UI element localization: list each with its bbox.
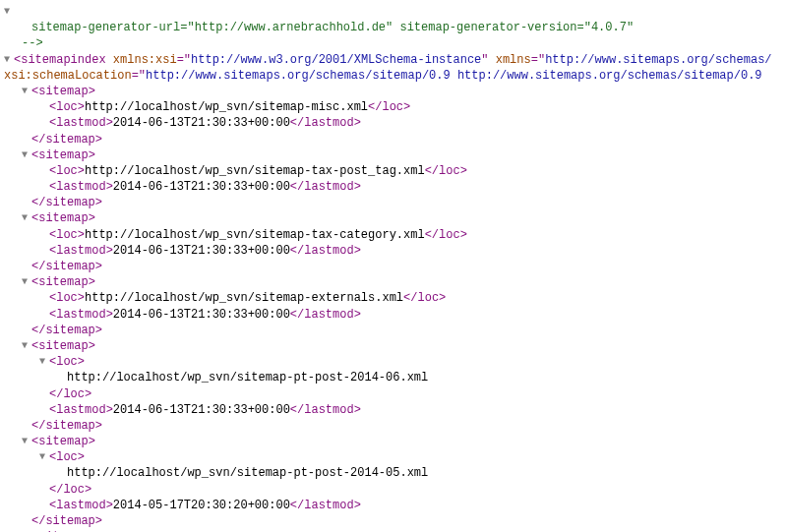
lastmod-element: <lastmod>2014-06-13T21:30:33+00:00</last… bbox=[49, 116, 361, 130]
sitemap-close: </sitemap> bbox=[31, 324, 102, 337]
lastmod-value: 2014-06-13T21:30:33+00:00 bbox=[113, 116, 290, 130]
xml-comment: --> bbox=[22, 36, 43, 50]
expand-toggle-icon[interactable]: ▼ bbox=[39, 450, 49, 464]
xml-comment: sitemap-generator-url="http://www.arnebr… bbox=[31, 21, 634, 34]
lastmod-value: 2014-06-13T21:30:33+00:00 bbox=[113, 308, 290, 322]
expand-toggle-icon[interactable]: ▼ bbox=[22, 85, 31, 98]
loc-value: http://localhost/wp_svn/sitemap-external… bbox=[85, 291, 403, 305]
expand-toggle-icon[interactable]: ▼ bbox=[22, 211, 31, 225]
xml-source-view: ▼sitemap-generator-url="http://www.arneb… bbox=[4, 4, 787, 532]
expand-toggle-icon[interactable]: ▼ bbox=[39, 355, 49, 369]
expand-toggle-icon[interactable]: ▼ bbox=[22, 148, 31, 162]
sitemap-close: </sitemap> bbox=[31, 419, 102, 433]
sitemap-open: <sitemap> bbox=[31, 339, 95, 353]
sitemap-close: </sitemap> bbox=[31, 196, 102, 209]
loc-close: </loc> bbox=[49, 387, 91, 401]
sitemap-open: <sitemap> bbox=[31, 211, 95, 225]
lastmod-value: 2014-06-13T21:30:33+00:00 bbox=[113, 403, 290, 417]
loc-element: <loc>http://localhost/wp_svn/sitemap-ext… bbox=[49, 291, 446, 305]
sitemap-open: <sitemap> bbox=[31, 85, 95, 98]
sitemap-close: </sitemap> bbox=[31, 260, 102, 273]
sitemapindex-open: sitemapindex bbox=[21, 53, 105, 67]
lastmod-value: 2014-05-17T20:30:20+00:00 bbox=[113, 499, 290, 512]
loc-value: http://localhost/wp_svn/sitemap-tax-post… bbox=[85, 164, 425, 178]
loc-element: <loc>http://localhost/wp_svn/sitemap-tax… bbox=[49, 228, 467, 242]
lastmod-value: 2014-06-13T21:30:33+00:00 bbox=[113, 180, 290, 194]
sitemap-open: <sitemap> bbox=[31, 275, 95, 289]
loc-value: http://localhost/wp_svn/sitemap-pt-post-… bbox=[67, 371, 428, 384]
sitemap-open: <sitemap> bbox=[31, 435, 95, 448]
expand-toggle-icon[interactable]: ▼ bbox=[4, 53, 14, 67]
lastmod-element: <lastmod>2014-06-13T21:30:33+00:00</last… bbox=[49, 244, 361, 258]
lastmod-value: 2014-06-13T21:30:33+00:00 bbox=[113, 244, 290, 258]
lastmod-element: <lastmod>2014-06-13T21:30:33+00:00</last… bbox=[49, 180, 361, 194]
loc-open: <loc> bbox=[49, 450, 85, 464]
loc-value: http://localhost/wp_svn/sitemap-pt-post-… bbox=[67, 466, 428, 480]
expand-toggle-icon[interactable]: ▼ bbox=[4, 5, 14, 19]
loc-element: <loc>http://localhost/wp_svn/sitemap-mis… bbox=[49, 100, 410, 114]
expand-toggle-icon[interactable]: ▼ bbox=[22, 435, 31, 448]
expand-toggle-icon[interactable]: ▼ bbox=[22, 275, 31, 289]
sitemap-close: </sitemap> bbox=[31, 514, 102, 528]
expand-toggle-icon[interactable]: ▼ bbox=[22, 339, 31, 353]
sitemap-close: </sitemap> bbox=[31, 133, 102, 147]
sitemap-open: <sitemap> bbox=[31, 148, 95, 162]
lastmod-element: <lastmod>2014-06-13T21:30:33+00:00</last… bbox=[49, 403, 361, 417]
lastmod-element: <lastmod>2014-05-17T20:30:20+00:00</last… bbox=[49, 499, 361, 512]
loc-close: </loc> bbox=[49, 483, 91, 497]
loc-value: http://localhost/wp_svn/sitemap-tax-cate… bbox=[85, 228, 425, 242]
loc-value: http://localhost/wp_svn/sitemap-misc.xml bbox=[85, 100, 368, 114]
loc-element: <loc>http://localhost/wp_svn/sitemap-tax… bbox=[49, 164, 467, 178]
lastmod-element: <lastmod>2014-06-13T21:30:33+00:00</last… bbox=[49, 308, 361, 322]
loc-open: <loc> bbox=[49, 355, 85, 369]
